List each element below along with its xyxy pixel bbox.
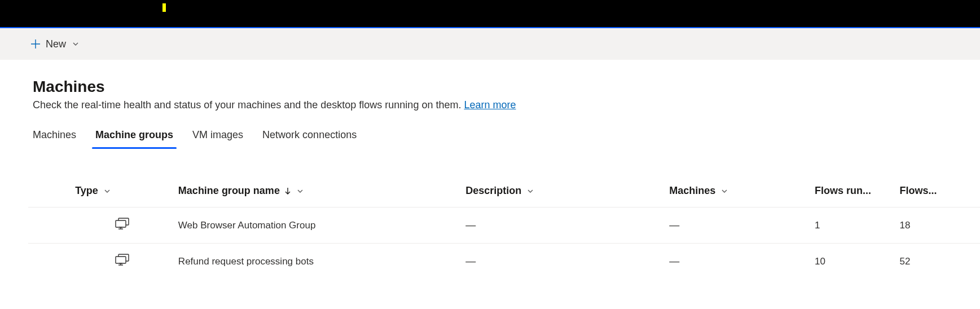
machine-group-link[interactable]: Web Browser Automation Group <box>178 220 315 231</box>
row-select-cell[interactable] <box>28 244 71 280</box>
col-header-select <box>28 179 71 208</box>
col-header-name[interactable]: Machine group name <box>174 179 461 208</box>
app-header-bar <box>0 0 980 27</box>
cursor-indicator <box>162 3 166 12</box>
page-title: Machines <box>33 78 947 96</box>
col-header-description[interactable]: Description <box>461 179 665 208</box>
tabs: Machines Machine groups VM images Networ… <box>33 126 947 148</box>
tab-network-connections[interactable]: Network connections <box>262 126 357 148</box>
page-description-text: Check the real-time health and status of… <box>33 99 464 111</box>
chevron-down-icon <box>297 188 304 195</box>
col-header-label: Machine group name <box>178 185 280 197</box>
col-header-machines[interactable]: Machines <box>665 179 810 208</box>
row-name-cell[interactable]: Refund request processing bots <box>174 244 461 280</box>
row-machines-cell: — <box>665 244 810 280</box>
row-machines-cell: — <box>665 208 810 244</box>
machine-group-icon <box>115 254 130 266</box>
tab-vm-images[interactable]: VM images <box>192 126 243 148</box>
tab-machine-groups[interactable]: Machine groups <box>95 126 173 148</box>
plus-icon <box>30 39 41 49</box>
table-row[interactable]: Web Browser Automation Group — — 1 18 <box>28 208 980 244</box>
machine-group-icon <box>115 218 130 230</box>
tab-label: Machine groups <box>95 129 173 140</box>
chevron-down-icon <box>104 188 111 195</box>
learn-more-link[interactable]: Learn more <box>464 99 516 111</box>
tab-label: Network connections <box>262 129 357 140</box>
page-content: Machines Check the real-time health and … <box>0 60 980 279</box>
new-button-label: New <box>46 38 66 50</box>
col-header-label: Type <box>75 185 98 197</box>
col-header-label: Flows run... <box>815 185 871 196</box>
col-header-flows-queued[interactable]: Flows... <box>895 179 981 208</box>
row-name-cell[interactable]: Web Browser Automation Group <box>174 208 461 244</box>
col-header-flows-running[interactable]: Flows run... <box>810 179 895 208</box>
col-header-label: Machines <box>669 185 715 197</box>
svg-rect-1 <box>116 220 126 227</box>
machine-group-link[interactable]: Refund request processing bots <box>178 256 314 267</box>
chevron-down-icon <box>721 188 728 195</box>
tab-machines[interactable]: Machines <box>33 126 76 148</box>
machine-groups-table: Type Machine group name <box>28 179 980 279</box>
new-button[interactable]: New <box>30 38 79 50</box>
machine-groups-table-wrap: Type Machine group name <box>28 179 980 279</box>
col-header-label: Flows... <box>900 185 937 196</box>
tab-label: Machines <box>33 129 76 140</box>
row-description-cell: — <box>461 208 665 244</box>
row-flows-queued-cell: 52 <box>895 244 981 280</box>
chevron-down-icon <box>72 41 79 47</box>
chevron-down-icon <box>527 188 534 195</box>
col-header-label: Description <box>465 185 521 197</box>
row-type-cell <box>71 244 174 280</box>
row-flows-queued-cell: 18 <box>895 208 981 244</box>
sort-arrow-down-icon <box>284 187 291 195</box>
row-flows-running-cell: 1 <box>810 208 895 244</box>
svg-rect-3 <box>116 257 126 263</box>
col-header-type[interactable]: Type <box>71 179 174 208</box>
command-bar: New <box>0 28 980 60</box>
row-select-cell[interactable] <box>28 208 71 244</box>
row-flows-running-cell: 10 <box>810 244 895 280</box>
table-row[interactable]: Refund request processing bots — — 10 52 <box>28 244 980 280</box>
row-description-cell: — <box>461 244 665 280</box>
table-header-row: Type Machine group name <box>28 179 980 208</box>
row-type-cell <box>71 208 174 244</box>
tab-label: VM images <box>192 129 243 140</box>
page-description: Check the real-time health and status of… <box>33 99 947 111</box>
